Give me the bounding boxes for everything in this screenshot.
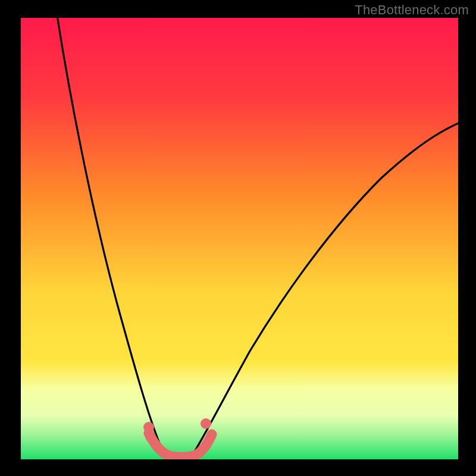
- svg-point-1: [143, 422, 154, 433]
- watermark-text: TheBottleneck.com: [355, 2, 469, 18]
- plot-background: [21, 18, 458, 459]
- chart-svg: [0, 0, 476, 476]
- chart-frame: { "watermark": "TheBottleneck.com", "col…: [0, 0, 476, 476]
- svg-point-2: [145, 431, 156, 442]
- svg-point-3: [201, 418, 211, 429]
